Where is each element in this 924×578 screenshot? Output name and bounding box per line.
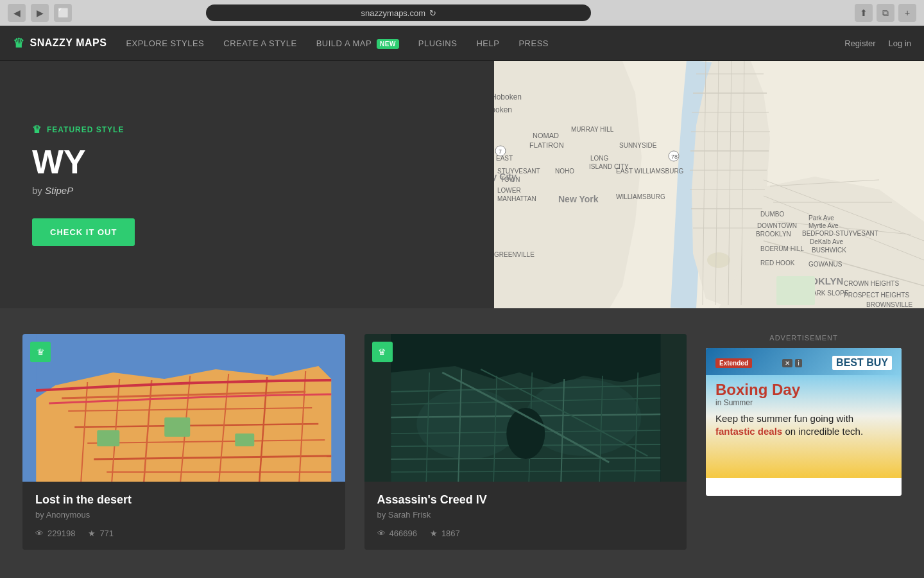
svg-rect-78 — [235, 434, 254, 446]
svg-point-2 — [707, 252, 730, 268]
desert-map-thumbnail — [22, 334, 345, 482]
nav-create-style[interactable]: CREATE A STYLE — [223, 39, 296, 48]
assassin-map-thumbnail — [364, 334, 687, 482]
svg-text:78: 78 — [671, 153, 678, 160]
browser-chrome: ◀ ▶ ⬜ snazzymaps.com ↻ ⬆ ⧉ + — [0, 0, 924, 26]
new-tab-button[interactable]: + — [898, 4, 916, 22]
svg-text:BUSHWICK: BUSHWICK — [812, 247, 846, 254]
eye-icon: 👁 — [35, 529, 44, 538]
svg-point-81 — [416, 389, 519, 459]
logo-icon: ♛ — [13, 35, 25, 51]
card-crown-icon: ♛ — [30, 342, 51, 362]
reload-icon[interactable]: ↻ — [429, 8, 436, 18]
site-nav: ♛ SNAZZY MAPS EXPLORE STYLES CREATE A ST… — [0, 26, 924, 61]
register-link[interactable]: Register — [844, 39, 875, 48]
star-icon-2: ★ — [430, 529, 438, 538]
card-crown-icon-2: ♛ — [372, 342, 393, 362]
logo[interactable]: ♛ SNAZZY MAPS — [13, 35, 107, 51]
svg-text:New York: New York — [558, 194, 599, 204]
eye-icon-2: 👁 — [377, 529, 386, 538]
nav-explore-styles[interactable]: EXPLORE STYLES — [126, 39, 204, 48]
svg-text:FLATIRON: FLATIRON — [529, 141, 564, 149]
logo-text: SNAZZY MAPS — [30, 37, 107, 49]
map-visualization: NOMAD FLATIRON MURRAY HILL LONG ISLAND C… — [494, 61, 924, 308]
ad-body: Boxing Day in Summer Keep the summer fun… — [706, 375, 902, 478]
card-info-assassin: Assassin's Creed IV by Sarah Frisk 👁 466… — [364, 482, 687, 550]
ad-label: ADVERTISEMENT — [706, 334, 902, 342]
check-it-out-button[interactable]: CHECK IT OUT — [32, 218, 135, 246]
hero-author-name: StipeP — [45, 185, 73, 196]
svg-rect-77 — [164, 417, 190, 437]
card-author-desert: by Anonymous — [35, 510, 332, 520]
ad-extended-label: Extended — [715, 358, 752, 368]
hero-author: by StipeP — [32, 185, 462, 196]
nav-plugins[interactable]: PLUGINS — [418, 39, 458, 48]
svg-text:BROWNSVILLE: BROWNSVILLE — [866, 301, 913, 308]
cards-section: ♛ — [0, 308, 924, 575]
svg-text:RED HOOK: RED HOOK — [760, 259, 795, 267]
card-author-assassin: by Sarah Frisk — [377, 510, 674, 520]
new-badge: NEW — [377, 39, 399, 49]
card-lost-in-desert[interactable]: ♛ — [22, 334, 345, 550]
url-text: snazzymaps.com — [361, 8, 425, 18]
svg-text:LONG: LONG — [590, 155, 609, 162]
card-title-desert: Lost in the desert — [35, 493, 332, 507]
ad-subtitle: in Summer — [715, 398, 892, 407]
svg-text:7: 7 — [499, 148, 502, 155]
ad-close-report[interactable]: i — [795, 359, 801, 367]
nav-links: EXPLORE STYLES CREATE A STYLE BUILD A MA… — [126, 39, 844, 48]
svg-text:DUMBO: DUMBO — [760, 211, 784, 218]
svg-text:Myrtle Ave: Myrtle Ave — [809, 222, 839, 229]
svg-text:DOWNTOWN: DOWNTOWN — [757, 222, 797, 229]
ad-title: Boxing Day — [715, 381, 892, 398]
svg-text:Park Ave: Park Ave — [809, 215, 834, 222]
nav-press[interactable]: PRESS — [518, 39, 549, 48]
address-bar[interactable]: snazzymaps.com ↻ — [206, 4, 591, 21]
ad-body-text: Keep the summer fun going with fantastic… — [715, 412, 892, 437]
svg-text:Jersey City: Jersey City — [494, 171, 517, 182]
card-views-assassin: 👁 466696 — [377, 529, 417, 538]
ad-close-x[interactable]: ✕ — [782, 359, 792, 367]
crown-icon: ♛ — [32, 123, 42, 136]
svg-text:NOHO: NOHO — [555, 168, 574, 175]
login-link[interactable]: Log in — [889, 39, 911, 48]
svg-text:BOERUM HILL: BOERUM HILL — [760, 245, 804, 252]
svg-text:GOWANUS: GOWANUS — [809, 261, 843, 268]
nav-auth: Register Log in — [844, 39, 911, 48]
svg-text:BROOKLYN: BROOKLYN — [756, 231, 791, 238]
hero-title: WY — [32, 145, 462, 179]
forward-button[interactable]: ▶ — [31, 4, 49, 22]
svg-text:BEDFORD-STUYVESANT: BEDFORD-STUYVESANT — [802, 230, 878, 237]
svg-text:NOMAD: NOMAD — [533, 132, 559, 139]
star-icon: ★ — [88, 529, 96, 538]
svg-text:EAST WILLIAMSBURG: EAST WILLIAMSBURG — [616, 168, 684, 175]
card-title-assassin: Assassin's Creed IV — [377, 493, 674, 507]
browser-actions: ⬆ ⧉ + — [855, 4, 916, 22]
card-stats-assassin: 👁 466696 ★ 1867 — [377, 529, 674, 538]
ad-column: ADVERTISEMENT Extended ✕ i BEST BUY Boxi… — [706, 334, 902, 496]
card-image-desert: ♛ — [22, 334, 345, 482]
ad-close-buttons: ✕ i — [782, 359, 801, 367]
svg-text:LOWER: LOWER — [497, 187, 521, 194]
window-button[interactable]: ⬜ — [54, 4, 72, 22]
fullscreen-button[interactable]: ⧉ — [877, 4, 894, 22]
ad-brand: BEST BUY — [832, 356, 892, 370]
card-assassins-creed[interactable]: ♛ — [364, 334, 687, 550]
card-stars-assassin: ★ 1867 — [430, 529, 460, 538]
svg-text:GREENVILLE: GREENVILLE — [494, 251, 535, 258]
hero-section: ♛ FEATURED STYLE WY by StipeP CHECK IT O… — [0, 61, 924, 308]
hero-content: ♛ FEATURED STYLE WY by StipeP CHECK IT O… — [0, 61, 494, 308]
back-button[interactable]: ◀ — [8, 4, 26, 22]
svg-text:CROWN HEIGHTS: CROWN HEIGHTS — [844, 280, 899, 287]
svg-text:MURRAY HILL: MURRAY HILL — [571, 126, 614, 133]
svg-rect-76 — [97, 430, 119, 446]
ad-highlight: fantastic deals — [715, 426, 782, 437]
svg-text:PROSPECT HEIGHTS: PROSPECT HEIGHTS — [844, 292, 909, 299]
card-stars-desert: ★ 771 — [88, 529, 114, 538]
share-button[interactable]: ⬆ — [855, 4, 873, 22]
nav-build-map[interactable]: BUILD A MAP NEW — [316, 39, 399, 48]
ad-box[interactable]: Extended ✕ i BEST BUY Boxing Day in Summ… — [706, 348, 902, 496]
hero-map: NOMAD FLATIRON MURRAY HILL LONG ISLAND C… — [494, 61, 924, 308]
nav-help[interactable]: HELP — [476, 39, 499, 48]
svg-text:Hoboken: Hoboken — [494, 105, 512, 114]
